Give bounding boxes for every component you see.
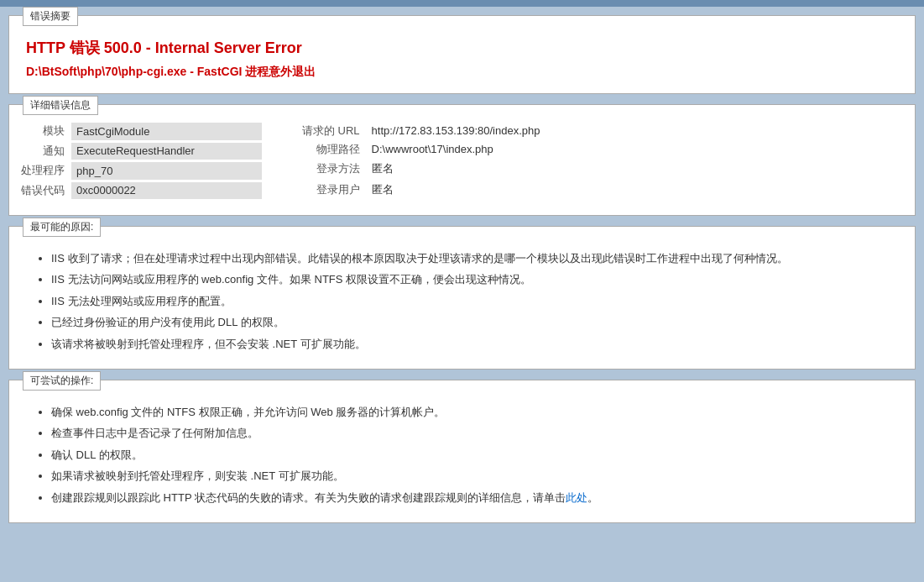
top-bar — [0, 0, 924, 7]
detail-right-row: 请求的 URL http://172.83.153.139:80/index.p… — [302, 123, 546, 139]
causes-list-item: IIS 无法访问网站或应用程序的 web.config 文件。如果 NTFS 权… — [51, 270, 898, 289]
detail-left-row: 模块 FastCgiModule — [21, 123, 262, 140]
detail-right-row: 登录方法 匿名 — [302, 160, 546, 178]
detail-right-value: 匿名 — [367, 160, 546, 178]
actions-list-item: 如果请求被映射到托管处理程序，则安装 .NET 可扩展功能。 — [51, 466, 898, 485]
detail-left-value: FastCgiModule — [71, 123, 262, 140]
detail-left-label: 错误代码 — [21, 182, 68, 200]
actions-section: 可尝试的操作: 确保 web.config 文件的 NTFS 权限正确，并允许访… — [8, 380, 916, 523]
detail-right-value: 匿名 — [367, 181, 546, 199]
detail-right-label: 请求的 URL — [302, 123, 363, 139]
page-content: 错误摘要 HTTP 错误 500.0 - Internal Server Err… — [0, 7, 924, 542]
detail-left-value: 0xc0000022 — [71, 182, 262, 200]
causes-label: 最可能的原因: — [23, 218, 101, 237]
detail-left-row: 通知 ExecuteRequestHandler — [21, 143, 262, 160]
causes-list: IIS 收到了请求；但在处理请求过程中出现内部错误。此错误的根本原因取决于处理该… — [26, 249, 898, 354]
actions-list: 确保 web.config 文件的 NTFS 权限正确，并允许访问 Web 服务… — [26, 402, 898, 507]
detail-left-value: ExecuteRequestHandler — [71, 143, 262, 160]
causes-list-item: IIS 无法处理网站或应用程序的配置。 — [51, 291, 898, 311]
detail-left-value: php_70 — [71, 162, 262, 180]
detail-rows-container: 模块 FastCgiModule 通知 ExecuteRequestHandle… — [18, 120, 906, 202]
detail-right-col: 请求的 URL http://172.83.153.139:80/index.p… — [299, 120, 549, 202]
detail-info-section: 详细错误信息 模块 FastCgiModule 通知 ExecuteReques… — [8, 104, 916, 216]
causes-content: IIS 收到了请求；但在处理请求过程中出现内部错误。此错误的根本原因取决于处理该… — [9, 232, 915, 369]
actions-list-item: 确认 DLL 的权限。 — [51, 445, 898, 464]
detail-info-label: 详细错误信息 — [23, 96, 98, 115]
detail-right-value: http://172.83.153.139:80/index.php — [367, 123, 546, 139]
detail-info-content: 模块 FastCgiModule 通知 ExecuteRequestHandle… — [9, 105, 915, 215]
detail-right-row: 登录用户 匿名 — [302, 181, 546, 199]
detail-left-row: 处理程序 php_70 — [21, 162, 262, 180]
detail-right-value: D:\wwwroot\17\index.php — [367, 141, 546, 157]
detail-left-row: 错误代码 0xc0000022 — [21, 182, 262, 200]
causes-list-item: 已经过身份验证的用户没有使用此 DLL 的权限。 — [51, 312, 898, 332]
actions-list-item: 确保 web.config 文件的 NTFS 权限正确，并允许访问 Web 服务… — [51, 402, 898, 422]
actions-link[interactable]: 此处 — [566, 491, 587, 504]
detail-left-label: 通知 — [21, 143, 68, 160]
causes-list-item: IIS 收到了请求；但在处理请求过程中出现内部错误。此错误的根本原因取决于处理该… — [51, 249, 898, 268]
error-summary-content: HTTP 错误 500.0 - Internal Server Error D:… — [9, 21, 915, 93]
causes-section: 最可能的原因: IIS 收到了请求；但在处理请求过程中出现内部错误。此错误的根本… — [8, 226, 916, 370]
actions-label: 可尝试的操作: — [23, 371, 101, 391]
detail-left-label: 处理程序 — [21, 162, 68, 180]
detail-right-label: 登录用户 — [302, 181, 363, 199]
actions-list-item: 检查事件日志中是否记录了任何附加信息。 — [51, 423, 898, 443]
error-summary-label: 错误摘要 — [23, 7, 78, 26]
error-title: HTTP 错误 500.0 - Internal Server Error — [26, 38, 898, 58]
error-subtitle: D:\BtSoft\php\70\php-cgi.exe - FastCGI 进… — [26, 65, 898, 80]
detail-right-label: 物理路径 — [302, 141, 363, 157]
error-summary-section: 错误摘要 HTTP 错误 500.0 - Internal Server Err… — [8, 15, 916, 94]
detail-right-label: 登录方法 — [302, 160, 363, 178]
detail-left-label: 模块 — [21, 123, 68, 140]
causes-list-item: 该请求将被映射到托管处理程序，但不会安装 .NET 可扩展功能。 — [51, 334, 898, 354]
actions-content: 确保 web.config 文件的 NTFS 权限正确，并允许访问 Web 服务… — [9, 385, 915, 522]
detail-left-col: 模块 FastCgiModule 通知 ExecuteRequestHandle… — [18, 120, 265, 202]
actions-list-item: 创建跟踪规则以跟踪此 HTTP 状态代码的失败的请求。有关为失败的请求创建跟踪规… — [51, 488, 898, 507]
detail-right-row: 物理路径 D:\wwwroot\17\index.php — [302, 141, 546, 157]
